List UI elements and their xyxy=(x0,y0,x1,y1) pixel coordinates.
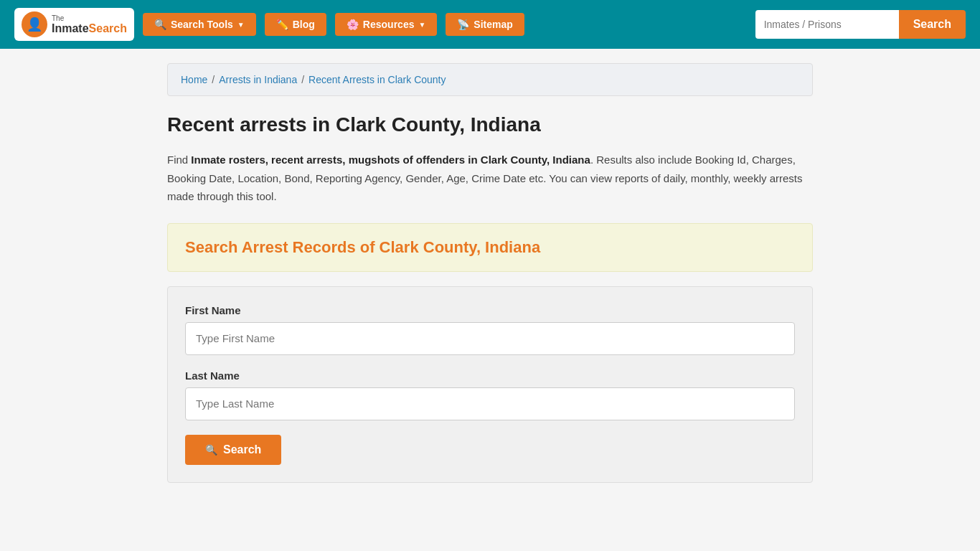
breadcrumb-container: Home / Arrests in Indiana / Recent Arres… xyxy=(167,63,813,96)
logo-search: Search xyxy=(89,22,127,34)
search-form-button[interactable]: Search xyxy=(185,435,281,465)
last-name-label: Last Name xyxy=(185,369,795,382)
breadcrumb-sep-2: / xyxy=(301,74,304,85)
main-content: Home / Arrests in Indiana / Recent Arres… xyxy=(146,49,834,497)
search-tools-icon xyxy=(154,19,166,30)
resources-icon xyxy=(347,19,359,30)
logo-text: The InmateSearch xyxy=(52,14,127,35)
sitemap-icon xyxy=(457,19,469,30)
last-name-group: Last Name xyxy=(185,369,795,420)
site-logo[interactable]: 👤 The InmateSearch xyxy=(14,8,134,41)
resources-label: Resources xyxy=(363,19,415,30)
description-bold: Inmate rosters, recent arrests, mugshots… xyxy=(191,154,590,166)
search-section-box: Search Arrest Records of Clark County, I… xyxy=(167,223,813,272)
last-name-input[interactable] xyxy=(185,387,795,420)
breadcrumb-sep-1: / xyxy=(212,74,215,85)
resources-button[interactable]: Resources ▼ xyxy=(335,13,438,36)
search-form-label: Search xyxy=(223,443,261,456)
search-form-container: First Name Last Name Search xyxy=(167,286,813,483)
page-description: Find Inmate rosters, recent arrests, mug… xyxy=(167,151,813,206)
first-name-input[interactable] xyxy=(185,322,795,355)
resources-arrow-icon: ▼ xyxy=(418,21,425,29)
site-header: 👤 The InmateSearch Search Tools ▼ Blog R… xyxy=(0,0,980,49)
header-search-label: Search xyxy=(913,18,951,30)
header-search-input[interactable] xyxy=(755,10,899,39)
first-name-label: First Name xyxy=(185,304,795,316)
breadcrumb-arrests-indiana[interactable]: Arrests in Indiana xyxy=(219,74,297,85)
search-tools-label: Search Tools xyxy=(171,19,233,30)
logo-name: InmateSearch xyxy=(52,22,127,35)
page-title: Recent arrests in Clark County, Indiana xyxy=(167,113,813,136)
blog-label: Blog xyxy=(293,19,315,30)
logo-inmate: Inmate xyxy=(52,22,89,34)
logo-icon: 👤 xyxy=(22,11,47,37)
breadcrumb-current[interactable]: Recent Arrests in Clark County xyxy=(308,74,446,85)
description-start: Find xyxy=(167,154,191,166)
blog-icon xyxy=(276,19,288,30)
breadcrumb: Home / Arrests in Indiana / Recent Arres… xyxy=(181,74,799,85)
search-tools-button[interactable]: Search Tools ▼ xyxy=(143,13,256,36)
search-form-icon xyxy=(205,443,217,456)
search-section-title: Search Arrest Records of Clark County, I… xyxy=(185,238,795,257)
sitemap-label: Sitemap xyxy=(473,19,512,30)
search-tools-arrow-icon: ▼ xyxy=(237,21,245,29)
blog-button[interactable]: Blog xyxy=(265,13,326,36)
breadcrumb-home[interactable]: Home xyxy=(181,74,207,85)
header-search-button[interactable]: Search xyxy=(899,10,966,39)
logo-the: The xyxy=(52,14,127,22)
header-search: Search xyxy=(755,10,966,39)
sitemap-button[interactable]: Sitemap xyxy=(446,13,524,36)
first-name-group: First Name xyxy=(185,304,795,355)
